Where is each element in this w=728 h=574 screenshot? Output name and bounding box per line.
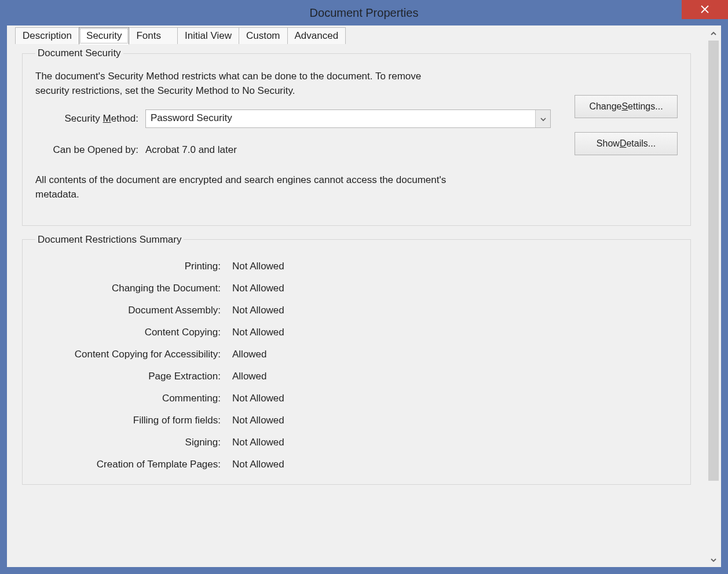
content-area: Description Security Fonts Initial View … — [7, 25, 706, 567]
window-title: Document Properties — [0, 6, 728, 20]
restriction-label: Content Copying for Accessibility: — [35, 349, 221, 360]
security-method-dropdown-button[interactable] — [535, 110, 550, 127]
restrictions-grid: Printing: Not Allowed Changing the Docum… — [35, 261, 678, 470]
restrictions-legend: Document Restrictions Summary — [35, 234, 184, 246]
restriction-value: Not Allowed — [232, 327, 678, 338]
restriction-value: Not Allowed — [232, 459, 678, 470]
encryption-note: All contents of the document are encrypt… — [35, 173, 464, 202]
restriction-label: Document Assembly: — [35, 305, 221, 316]
security-method-combo[interactable]: Password Security — [145, 109, 551, 128]
scroll-up-button[interactable] — [706, 25, 721, 41]
window: Document Properties Description Security… — [0, 0, 728, 574]
scroll-thumb[interactable] — [708, 41, 719, 481]
restriction-value: Not Allowed — [232, 261, 678, 272]
restriction-value: Allowed — [232, 371, 678, 382]
security-method-label: Security Method: — [35, 113, 145, 125]
client-area: Description Security Fonts Initial View … — [7, 25, 721, 567]
restriction-value: Not Allowed — [232, 393, 678, 404]
chevron-down-icon — [540, 114, 546, 124]
restriction-label: Creation of Template Pages: — [35, 459, 221, 470]
document-security-group: Document Security The document's Securit… — [22, 47, 691, 226]
tab-description[interactable]: Description — [15, 27, 79, 45]
restriction-value: Not Allowed — [232, 283, 678, 294]
restriction-label: Printing: — [35, 261, 221, 272]
security-intro-text: The document's Security Method restricts… — [35, 70, 452, 98]
restriction-label: Signing: — [35, 437, 221, 448]
restrictions-group: Document Restrictions Summary Printing: … — [22, 234, 691, 485]
restriction-value: Allowed — [232, 349, 678, 360]
restriction-label: Content Copying: — [35, 327, 221, 338]
tab-advanced[interactable]: Advanced — [287, 27, 346, 45]
restriction-value: Not Allowed — [232, 415, 678, 426]
change-settings-button[interactable]: Change Settings... — [575, 95, 678, 118]
tab-custom[interactable]: Custom — [239, 27, 288, 45]
chevron-down-icon — [711, 555, 716, 565]
restriction-label: Filling of form fields: — [35, 415, 221, 426]
scroll-down-button[interactable] — [706, 552, 721, 567]
side-buttons: Change Settings... Show Details... — [563, 95, 678, 155]
tab-panel-security: Document Security The document's Securit… — [15, 44, 698, 567]
security-method-value: Password Security — [146, 110, 535, 127]
titlebar: Document Properties — [0, 0, 728, 25]
vertical-scrollbar[interactable] — [706, 25, 721, 567]
close-button[interactable] — [682, 0, 728, 19]
restriction-value: Not Allowed — [232, 305, 678, 316]
close-icon — [701, 3, 709, 16]
opened-by-label: Can be Opened by: — [35, 144, 145, 156]
restriction-label: Page Extraction: — [35, 371, 221, 382]
chevron-up-icon — [711, 28, 716, 38]
restriction-value: Not Allowed — [232, 437, 678, 448]
tab-fonts[interactable]: Fonts — [129, 27, 178, 45]
tab-strip: Description Security Fonts Initial View … — [7, 25, 706, 44]
show-details-button[interactable]: Show Details... — [575, 132, 678, 155]
opened-by-value: Acrobat 7.0 and later — [145, 144, 237, 156]
tab-initial-view[interactable]: Initial View — [177, 27, 239, 45]
restriction-label: Commenting: — [35, 393, 221, 404]
restriction-label: Changing the Document: — [35, 283, 221, 294]
document-security-legend: Document Security — [35, 47, 123, 59]
tab-security[interactable]: Security — [79, 27, 129, 45]
